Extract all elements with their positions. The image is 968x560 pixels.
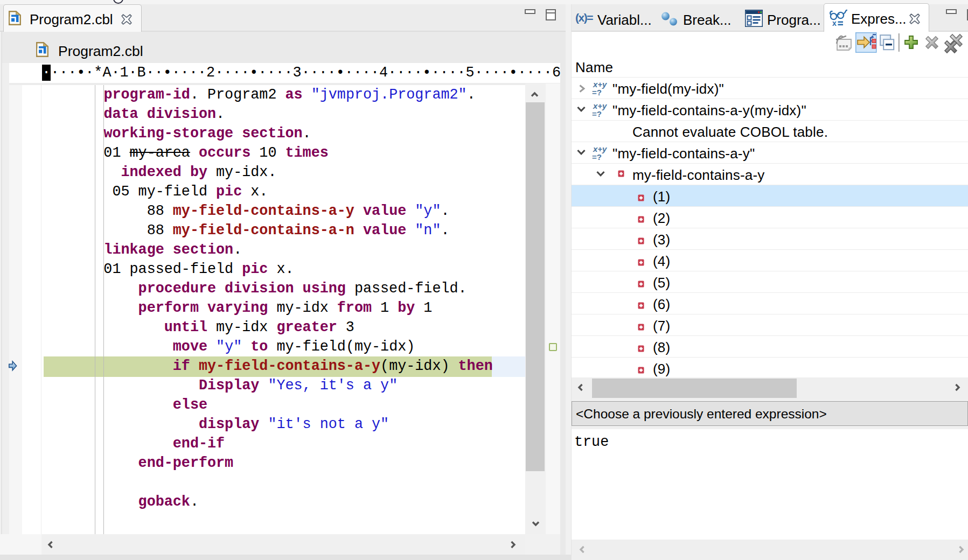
svg-text:x: x [832, 19, 837, 26]
svg-text:=?: =? [592, 88, 602, 97]
svg-text:=?: =? [592, 109, 602, 118]
svg-text:=?: =? [592, 152, 602, 162]
